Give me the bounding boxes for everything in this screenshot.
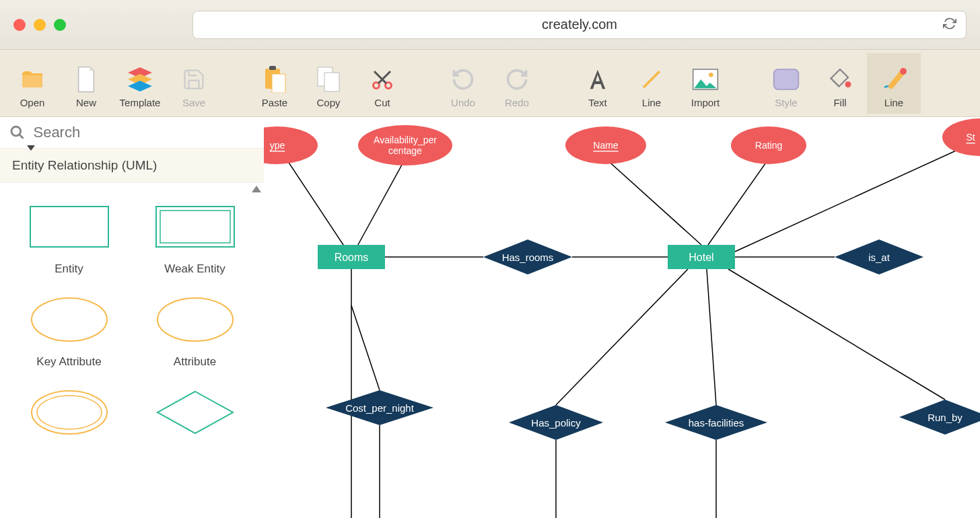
template-button[interactable]: Template (113, 53, 167, 114)
svg-text:Rooms: Rooms (335, 252, 369, 263)
paste-button[interactable]: Paste (248, 53, 302, 114)
fill-button[interactable]: Fill (813, 53, 867, 114)
relationship-has-policy[interactable]: Has_policy (509, 405, 603, 440)
shape-panel: Entity Relationship (UML) Entity Weak En… (0, 117, 264, 518)
attribute-type[interactable]: ype (264, 126, 318, 164)
svg-point-20 (32, 391, 107, 434)
svg-point-9 (709, 73, 713, 77)
folder-icon (18, 66, 47, 93)
line-style-button[interactable]: Line (867, 53, 921, 114)
edge[interactable] (707, 269, 716, 405)
copy-icon (314, 66, 343, 93)
svg-text:Rating: Rating (755, 140, 782, 151)
entity-rooms[interactable]: Rooms (318, 245, 385, 269)
svg-text:Availability_per: Availability_per (374, 135, 437, 145)
maximize-window-icon[interactable] (54, 19, 66, 31)
svg-text:centage: centage (388, 145, 422, 156)
edge[interactable] (728, 269, 945, 400)
shape-key-attribute[interactable]: Key Attribute (9, 296, 129, 369)
svg-point-13 (11, 126, 21, 136)
relationship-has-facilities[interactable]: has-facilities (665, 405, 767, 440)
redo-button[interactable]: Redo (490, 53, 544, 114)
svg-line-14 (20, 135, 24, 139)
attribute-shape-icon (151, 296, 239, 343)
close-window-icon[interactable] (13, 19, 26, 31)
svg-text:Hotel: Hotel (689, 252, 713, 263)
minimize-window-icon[interactable] (34, 19, 46, 31)
search-row (0, 117, 264, 148)
shape-category[interactable]: Entity Relationship (UML) (0, 148, 264, 183)
svg-point-11 (845, 81, 851, 87)
svg-text:Has_policy: Has_policy (531, 417, 581, 429)
shape-entity[interactable]: Entity (9, 203, 129, 276)
save-button[interactable]: Save (167, 53, 221, 114)
shape-partial-6[interactable] (135, 389, 254, 436)
svg-point-19 (158, 298, 233, 341)
diagram-canvas[interactable]: ype Availability_percentage Name Rating … (264, 117, 980, 518)
relationship-has-rooms[interactable]: Has_rooms (483, 239, 572, 274)
svg-text:Run_by: Run_by (928, 412, 963, 423)
relationship-run-by[interactable]: Run_by (899, 400, 980, 435)
weak-entity-shape-icon (151, 203, 239, 250)
undo-button[interactable]: Undo (436, 53, 490, 114)
edge[interactable] (556, 269, 688, 405)
svg-text:Has_rooms: Has_rooms (502, 252, 554, 263)
image-icon (691, 66, 720, 93)
shape-weak-entity[interactable]: Weak Entity (135, 203, 254, 276)
text-icon (583, 66, 612, 93)
edge[interactable] (606, 159, 701, 245)
svg-text:St: St (966, 132, 975, 143)
relationship-cost-per-night[interactable]: Cost_per_night (326, 390, 433, 425)
svg-rect-2 (272, 74, 285, 93)
url-bar[interactable]: creately.com (193, 11, 967, 39)
svg-rect-4 (324, 73, 339, 91)
attribute-street[interactable]: St (942, 118, 980, 156)
main-area: Entity Relationship (UML) Entity Weak En… (0, 117, 980, 518)
relationship-is-at[interactable]: is_at (835, 239, 923, 274)
refresh-icon[interactable] (943, 17, 956, 33)
attribute-rating[interactable]: Rating (731, 126, 806, 164)
window-controls (13, 19, 66, 31)
redo-icon (502, 66, 532, 93)
edge[interactable] (708, 159, 769, 245)
cut-button[interactable]: Cut (355, 53, 409, 114)
svg-point-21 (37, 396, 102, 429)
url-text: creately.com (542, 17, 617, 32)
svg-point-18 (32, 298, 107, 341)
new-button[interactable]: New (59, 53, 113, 114)
shape-list: Entity Weak Entity Key Attribute Attribu… (0, 183, 264, 518)
import-button[interactable]: Import (678, 53, 732, 114)
svg-text:Name: Name (593, 140, 619, 151)
svg-point-6 (386, 82, 392, 88)
svg-rect-17 (160, 211, 230, 243)
new-file-icon (71, 66, 101, 93)
search-input[interactable] (33, 124, 254, 141)
svg-rect-1 (269, 66, 276, 70)
attribute-availability[interactable]: Availability_percentage (358, 125, 452, 165)
text-button[interactable]: Text (571, 53, 625, 114)
copy-button[interactable]: Copy (302, 53, 355, 114)
svg-point-5 (374, 82, 380, 88)
edge[interactable] (351, 305, 380, 390)
style-button[interactable]: Style (759, 53, 813, 114)
shape-partial-5[interactable] (9, 389, 129, 436)
scissors-icon (368, 66, 397, 93)
open-button[interactable]: Open (5, 53, 59, 114)
attribute-name[interactable]: Name (565, 126, 646, 164)
scroll-up-icon[interactable] (252, 186, 261, 192)
svg-text:has-facilities: has-facilities (689, 417, 744, 429)
edge[interactable] (351, 159, 405, 257)
template-icon (125, 66, 155, 93)
browser-chrome: creately.com (0, 0, 980, 50)
entity-hotel[interactable]: Hotel (668, 245, 735, 269)
svg-point-12 (900, 68, 907, 75)
style-icon (771, 66, 801, 93)
diamond-shape-icon (151, 389, 239, 436)
svg-text:Cost_per_night: Cost_per_night (345, 402, 415, 414)
shape-attribute[interactable]: Attribute (135, 296, 254, 369)
entity-shape-icon (26, 203, 113, 250)
line-tool-button[interactable]: Line (625, 53, 678, 114)
double-ellipse-shape-icon (26, 389, 113, 436)
search-dropdown-icon[interactable] (27, 145, 35, 151)
svg-line-7 (643, 71, 660, 87)
